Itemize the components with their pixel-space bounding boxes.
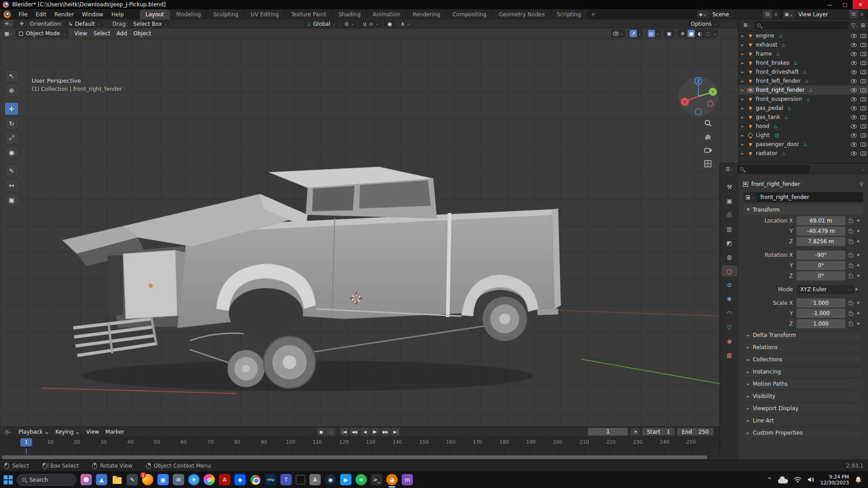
tool-scale[interactable]: ⤢: [5, 131, 19, 144]
rotation-mode-dropdown[interactable]: XYZ Euler⌄: [797, 285, 854, 294]
new-collection-icon[interactable]: ⊞: [861, 22, 865, 28]
expand-icon[interactable]: ►: [740, 97, 745, 101]
taskbar-app-snip[interactable]: [296, 475, 305, 484]
hide-render-icon[interactable]: [860, 115, 866, 119]
animate-dot[interactable]: [857, 264, 859, 266]
properties-tab-object[interactable]: ▢: [722, 265, 737, 276]
volume-icon[interactable]: [807, 477, 815, 483]
transform-value-field[interactable]: -40.479 m: [797, 227, 845, 236]
hide-viewport-icon[interactable]: [851, 115, 857, 119]
hide-render-icon[interactable]: [860, 97, 866, 101]
expand-icon[interactable]: ►: [740, 52, 745, 56]
outliner-item-Light[interactable]: ►Light: [739, 131, 868, 140]
taskbar-app-prime-video[interactable]: ▶: [340, 474, 351, 485]
viewport-menu-view[interactable]: View: [71, 29, 90, 38]
mode-dropdown[interactable]: Object Mode⌄: [15, 29, 69, 38]
lock-toggle[interactable]: [845, 252, 856, 257]
menu-edit[interactable]: Edit: [32, 10, 50, 19]
animate-dot[interactable]: [857, 302, 859, 304]
playhead-current-frame[interactable]: 1: [20, 438, 32, 446]
taskbar-search[interactable]: Search: [17, 474, 76, 486]
editor-type-icon[interactable]: ▦⌄: [3, 30, 14, 38]
hide-viewport-icon[interactable]: [851, 79, 857, 83]
taskbar-app-gallery[interactable]: ▲: [96, 474, 107, 485]
new-scene-icon[interactable]: ⧉: [763, 10, 772, 19]
properties-tab-modifiers[interactable]: ⚙: [722, 280, 737, 290]
tool-add-cube[interactable]: ▣: [5, 193, 19, 206]
lock-toggle[interactable]: [845, 273, 856, 278]
outliner-editor-icon[interactable]: ≣⌄: [741, 21, 752, 29]
timeline-menu-keying[interactable]: Keying ⌄: [52, 428, 83, 436]
clock[interactable]: 9:24 PM 12/30/2023: [821, 474, 849, 486]
animate-dot[interactable]: [857, 275, 859, 277]
outliner-item-front_suspension[interactable]: ►▼front_suspension△: [739, 95, 868, 104]
xray-toggle[interactable]: ▣: [664, 29, 674, 38]
active-tool-icon[interactable]: ✛⌄: [3, 20, 14, 28]
gizmos-toggle[interactable]: ↗⌄: [628, 29, 643, 38]
workspace-tab-geometry-nodes[interactable]: Geometry Nodes: [493, 9, 550, 19]
outliner-item-front_left_fender[interactable]: ►▼front_left_fender△: [739, 76, 868, 85]
workspace-tab-compositing[interactable]: Compositing: [446, 9, 492, 19]
properties-tab-material[interactable]: ◉: [722, 336, 737, 346]
panel-viewport-display[interactable]: ►Viewport Display::::: [743, 403, 863, 414]
properties-tab-object-data[interactable]: ▽: [722, 322, 737, 332]
viewport-menu-object[interactable]: Object: [130, 29, 154, 38]
animate-dot[interactable]: [857, 230, 859, 232]
transform-value-field[interactable]: 0°: [797, 271, 845, 280]
shading-dropdown[interactable]: ⌄: [713, 32, 716, 36]
hide-render-icon[interactable]: [860, 52, 866, 56]
auto-key-dropdown[interactable]: ⌄: [326, 428, 335, 436]
taskbar-app-steam[interactable]: ◉: [325, 474, 336, 485]
hide-render-icon[interactable]: [860, 142, 866, 147]
animate-dot[interactable]: [857, 322, 859, 325]
outliner-item-radiator[interactable]: ►▼radiator△: [739, 149, 868, 158]
workspace-tab-uv-editing[interactable]: UV Editing: [245, 9, 285, 19]
hide-render-icon[interactable]: [860, 88, 866, 92]
stopwatch-icon[interactable]: ◔: [631, 428, 640, 436]
expand-icon[interactable]: ►: [740, 43, 745, 47]
workspace-tab-sculpting[interactable]: Sculpting: [207, 9, 244, 19]
properties-tab-scene[interactable]: ◩: [722, 237, 737, 248]
expand-icon[interactable]: ►: [740, 70, 745, 74]
outliner-item-gas_tank[interactable]: ►▼gas_tank△: [739, 113, 868, 122]
view-layer-selector[interactable]: ▣⌄ View Layer ⧉ ✕: [783, 10, 865, 19]
pan-view-button[interactable]: [702, 131, 714, 142]
taskbar-app-mhp[interactable]: mhp: [265, 474, 276, 485]
viewport-menu-select[interactable]: Select: [90, 29, 114, 38]
animate-dot[interactable]: [857, 312, 859, 314]
taskbar-app-file-explorer[interactable]: [111, 474, 123, 485]
workspace-tab-modeling[interactable]: Modeling: [171, 9, 207, 19]
maximize-button[interactable]: ▢: [837, 0, 853, 9]
timeline-menu-marker[interactable]: Marker: [102, 428, 127, 436]
taskbar-app-blender[interactable]: ◕: [386, 474, 398, 485]
hide-render-icon[interactable]: [860, 43, 866, 47]
hide-render-icon[interactable]: [860, 124, 866, 128]
transform-value-field[interactable]: -1.000: [797, 309, 845, 318]
tool-measure[interactable]: ↔: [5, 179, 19, 192]
expand-icon[interactable]: ►: [740, 115, 745, 119]
timeline-track[interactable]: [0, 448, 720, 455]
taskbar-app-photos[interactable]: ✿: [204, 474, 215, 485]
current-frame-field[interactable]: 1: [588, 428, 628, 436]
workspace-tab-animation[interactable]: Animation: [367, 9, 406, 19]
auto-key-button[interactable]: ●: [317, 428, 326, 436]
lock-toggle[interactable]: [845, 311, 856, 316]
proportional-editing-toggle[interactable]: ◉: [384, 20, 395, 28]
workspace-tab-scripting[interactable]: Scripting: [551, 9, 587, 19]
menu-file[interactable]: File: [14, 10, 32, 19]
transform-value-field[interactable]: 1.000: [797, 298, 845, 308]
shading-solid-button[interactable]: ●: [688, 30, 695, 37]
close-button[interactable]: ✕: [853, 0, 868, 9]
hide-viewport-icon[interactable]: [851, 70, 857, 74]
hide-viewport-icon[interactable]: [851, 97, 857, 101]
end-frame-field[interactable]: End250: [677, 428, 713, 436]
menu-render[interactable]: Render: [50, 10, 78, 19]
panel-delta-transform[interactable]: ►Delta Transform::::: [743, 330, 863, 341]
hide-render-icon[interactable]: [860, 34, 866, 38]
transport-jump-start[interactable]: |◀: [340, 428, 349, 436]
camera-view-button[interactable]: [702, 144, 714, 156]
hide-viewport-icon[interactable]: [851, 124, 857, 128]
orientation-dropdown[interactable]: ↳Default⌄: [65, 20, 104, 28]
panel-line-art[interactable]: ►Line Art::::: [743, 415, 863, 426]
hide-viewport-icon[interactable]: [851, 43, 857, 47]
